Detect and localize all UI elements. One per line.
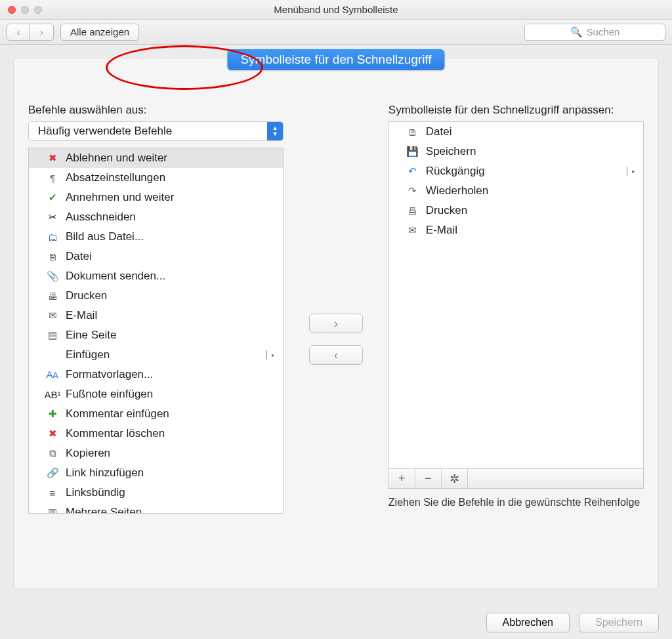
list-item[interactable]: ✂Ausschneiden [29, 207, 283, 227]
list-item[interactable]: 🖶Drucken [389, 201, 643, 220]
toolbar: ‹ › Alle anzeigen 🔍 Suchen [0, 20, 672, 45]
list-item[interactable]: ✚Kommentar einfügen [29, 404, 283, 424]
submenu-indicator-icon: ⏐▸ [264, 350, 276, 360]
current-toolbar-pane: Symbolleiste für den Schnellzugriff anpa… [388, 103, 644, 575]
list-item[interactable]: 🖶Drucken [29, 286, 283, 306]
list-item[interactable]: ▤Eine Seite [29, 325, 283, 345]
list-item-label: Absatzeinstellungen [66, 171, 165, 184]
list-item[interactable]: 🗎Datei [29, 247, 283, 266]
email-icon: ✉ [46, 309, 59, 322]
transfer-buttons: › ‹ [284, 103, 388, 575]
list-item-label: Fußnote einfügen [66, 388, 153, 401]
list-item[interactable]: 🔗Link hinzufügen [29, 463, 283, 483]
remove-item-button[interactable]: − [415, 469, 442, 488]
comment-delete-icon: ✖ [46, 427, 59, 440]
list-item[interactable]: ✉E-Mail [389, 220, 643, 240]
remove-command-button[interactable]: ‹ [309, 345, 363, 365]
footnote-icon: AB¹ [46, 388, 59, 401]
list-item-label: Kopieren [66, 447, 110, 460]
list-action-bar: + − ✲ [388, 469, 644, 489]
file-icon: 🗎 [406, 125, 419, 138]
list-item[interactable]: ✉E-Mail [29, 306, 283, 325]
list-item-label: Rückgängig [426, 165, 485, 178]
stepper-icon: ▲▼ [267, 122, 283, 140]
search-field[interactable]: 🔍 Suchen [524, 24, 665, 41]
tab-quick-access-toolbar[interactable]: Symbolleiste für den Schnellzugriff [227, 49, 444, 70]
back-button[interactable]: ‹ [7, 24, 30, 41]
cancel-button[interactable]: Abbrechen [486, 613, 570, 632]
nav-segmented: ‹ › [7, 24, 54, 41]
image-file-icon: 🗂 [46, 230, 59, 243]
list-item[interactable]: ⧉Kopieren [29, 443, 283, 463]
list-item[interactable]: ✖Ablehnen und weiter [29, 148, 283, 168]
choose-commands-label: Befehle auswählen aus: [28, 103, 284, 117]
search-placeholder: Suchen [587, 26, 620, 37]
list-item[interactable]: Einfügen⏐▸ [29, 345, 283, 365]
current-toolbar-list[interactable]: 🗎Datei💾Speichern↶Rückgängig⏐▸↷Wiederhole… [388, 121, 644, 469]
list-item-label: Ablehnen und weiter [66, 152, 167, 165]
add-command-button[interactable]: › [309, 314, 363, 333]
list-item[interactable]: 💾Speichern [389, 142, 643, 161]
show-all-button[interactable]: Alle anzeigen [60, 24, 139, 41]
list-item-label: Wiederholen [426, 184, 488, 197]
list-item[interactable]: 🗎Datei [389, 122, 643, 142]
list-item[interactable]: ¶Absatzeinstellungen [29, 168, 283, 188]
list-item-label: Bild aus Datei... [66, 230, 144, 243]
list-item-label: Einfügen [66, 348, 110, 361]
list-item[interactable]: 🗂Bild aus Datei... [29, 227, 283, 247]
preferences-panel: Symbolleiste für den Schnellzugriff Befe… [13, 58, 659, 589]
command-category-select[interactable]: Häufig verwendete Befehle ▲▼ [28, 121, 284, 141]
reject-icon: ✖ [46, 152, 59, 165]
attachment-icon: 📎 [46, 270, 59, 283]
list-item-label: Datei [66, 250, 92, 263]
settings-button[interactable]: ✲ [442, 469, 468, 488]
add-item-button[interactable]: + [389, 469, 415, 488]
list-item-label: Kommentar einfügen [66, 407, 169, 421]
forward-button[interactable]: › [30, 24, 54, 41]
list-item[interactable]: ↶Rückgängig⏐▸ [389, 161, 643, 181]
select-value: Häufig verwendete Befehle [38, 125, 172, 138]
link-icon: 🔗 [46, 466, 59, 480]
list-item[interactable]: ▥Mehrere Seiten [29, 503, 283, 514]
dialog-footer: Abbrechen Speichern [486, 613, 659, 632]
list-item[interactable]: ✖Kommentar löschen [29, 424, 283, 443]
save-button[interactable]: Speichern [579, 613, 659, 632]
list-item-label: Dokument senden... [66, 270, 165, 283]
titlebar: Menüband und Symbolleiste [0, 0, 672, 20]
list-item-label: Annehmen und weiter [66, 191, 174, 204]
list-item[interactable]: ≡Linksbündig [29, 483, 283, 503]
list-item-label: Datei [426, 125, 452, 138]
list-item[interactable]: ↷Wiederholen [389, 181, 643, 201]
comment-add-icon: ✚ [46, 407, 59, 421]
list-item-label: Kommentar löschen [66, 427, 165, 440]
list-item-label: Drucken [426, 204, 467, 217]
list-item-label: Eine Seite [66, 329, 117, 342]
print-icon: 🖶 [46, 289, 59, 302]
list-item[interactable]: AᴀFormatvorlagen... [29, 365, 283, 384]
available-commands-list[interactable]: ✖Ablehnen und weiter¶Absatzeinstellungen… [28, 148, 284, 514]
available-commands-pane: Befehle auswählen aus: Häufig verwendete… [28, 103, 284, 575]
cut-icon: ✂ [46, 211, 59, 224]
list-item-label: E-Mail [426, 224, 457, 237]
accept-icon: ✔ [46, 191, 59, 204]
window-title: Menüband und Symbolleiste [0, 4, 672, 15]
list-item-label: E-Mail [66, 309, 97, 322]
redo-icon: ↷ [406, 184, 419, 197]
list-item-label: Mehrere Seiten [66, 506, 142, 514]
list-item-label: Link hinzufügen [66, 466, 144, 480]
undo-icon: ↶ [406, 165, 419, 178]
one-page-icon: ▤ [46, 329, 59, 342]
file-icon: 🗎 [46, 250, 59, 263]
list-item[interactable]: AB¹Fußnote einfügen [29, 384, 283, 404]
align-left-icon: ≡ [46, 486, 59, 499]
content: Symbolleiste für den Schnellzugriff Befe… [0, 45, 672, 639]
multi-page-icon: ▥ [46, 506, 59, 514]
list-item-label: Ausschneiden [66, 211, 136, 224]
copy-icon: ⧉ [46, 447, 59, 460]
list-item[interactable]: ✔Annehmen und weiter [29, 188, 283, 207]
list-item[interactable]: 📎Dokument senden... [29, 266, 283, 286]
print-icon: 🖶 [406, 204, 419, 217]
search-icon: 🔍 [570, 26, 583, 38]
list-item-label: Formatvorlagen... [66, 368, 153, 381]
email-icon: ✉ [406, 224, 419, 237]
